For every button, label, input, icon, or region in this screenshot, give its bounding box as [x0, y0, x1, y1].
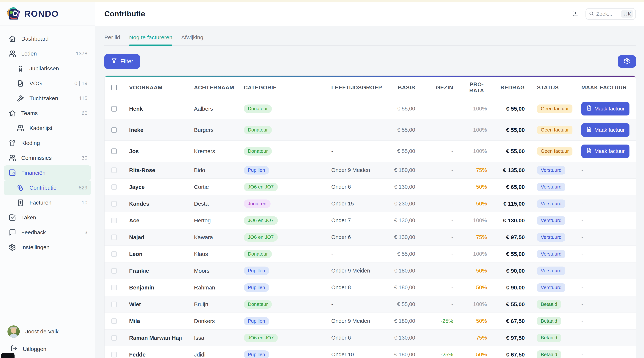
no-action-dash: -	[582, 284, 583, 291]
cell-leeftijdsgroep: -	[331, 127, 376, 133]
sidebar-item-count: 829	[79, 185, 88, 191]
cell-leeftijdsgroep: Onder 6	[331, 335, 376, 341]
table-row: JosKremersDonateur-€ 55,00-100%€ 55,00Ge…	[104, 140, 636, 162]
message-plus-icon	[572, 10, 579, 18]
sidebar-item-contributie[interactable]: Contributie829	[4, 180, 91, 195]
tab-afwijking[interactable]: Afwijking	[181, 34, 203, 45]
col-leeftijdsgroep: LEEFTIJDSGROEP	[331, 84, 376, 91]
col-bedrag: BEDRAG	[487, 84, 525, 91]
sidebar-item-count: 3	[84, 230, 88, 235]
tab-nog-te-factureren[interactable]: Nog te factureren	[129, 34, 172, 45]
col-maak-factuur: MAAK FACTUUR	[581, 84, 636, 91]
maak-factuur-button[interactable]: Maak factuur	[582, 102, 630, 115]
sidebar-item-count: 0 | 19	[74, 80, 88, 86]
maak-factuur-button[interactable]: Maak factuur	[582, 123, 630, 137]
cell-gezin: -	[415, 268, 453, 274]
table-settings-button[interactable]	[618, 55, 636, 68]
cell-voornaam: Jos	[129, 148, 194, 154]
sidebar-item-financi-n[interactable]: Financiën	[4, 165, 91, 180]
sidebar-item-dashboard[interactable]: Dashboard	[0, 31, 95, 46]
table-body: HenkAalbersDonateur-€ 55,00-100%€ 55,00G…	[104, 98, 636, 358]
wallet-icon	[8, 169, 16, 177]
sidebar-item-label: Teams	[21, 110, 38, 116]
search-input[interactable]	[596, 11, 617, 17]
cell-prorata: 100%	[453, 251, 487, 257]
sidebar-item-teams[interactable]: Teams60	[0, 106, 95, 121]
sidebar-item-feedback[interactable]: Feedback3	[0, 225, 95, 240]
row-checkbox[interactable]	[111, 235, 117, 240]
check-square-icon	[8, 213, 16, 222]
cell-prorata: 100%	[453, 106, 487, 112]
sidebar-item-jubilarissen[interactable]: Jubilarissen	[0, 61, 95, 76]
row-checkbox[interactable]	[111, 335, 117, 341]
cell-gezin: -	[415, 167, 453, 173]
row-checkbox[interactable]	[111, 318, 117, 324]
row-checkbox[interactable]	[111, 127, 117, 133]
cell-achternaam: Bruijn	[194, 301, 244, 308]
row-checkbox[interactable]	[111, 268, 117, 274]
cell-achternaam: Klaus	[194, 251, 244, 257]
sidebar-item-tuchtzaken[interactable]: Tuchtzaken115	[0, 91, 95, 106]
cell-bedrag: € 65,00	[487, 184, 525, 190]
col-status: STATUS	[525, 84, 581, 91]
col-voornaam: VOORNAAM	[129, 84, 194, 91]
row-checkbox[interactable]	[111, 106, 117, 112]
row-checkbox[interactable]	[111, 148, 117, 154]
status-badge: Verstuurd	[537, 283, 565, 292]
cell-basis: € 180,00	[376, 318, 415, 324]
row-checkbox[interactable]	[111, 302, 117, 307]
home-icon	[8, 35, 16, 43]
sidebar-item-kleding[interactable]: Kleding	[0, 136, 95, 150]
cell-achternaam: Moors	[194, 268, 244, 274]
cell-leeftijdsgroep: Onder 9 Meiden	[331, 167, 376, 173]
cell-leeftijdsgroep: Onder 6	[331, 234, 376, 240]
sidebar-item-kaderlijst[interactable]: Kaderlijst	[0, 121, 95, 136]
table-row: Rita-RoseBidoPupillenOnder 9 Meiden€ 180…	[104, 162, 636, 178]
cell-gezin: -	[415, 234, 453, 240]
shirt-icon	[8, 139, 16, 147]
row-checkbox[interactable]	[111, 184, 117, 190]
sidebar-item-instellingen[interactable]: Instellingen	[0, 240, 95, 255]
cell-basis: € 180,00	[376, 268, 415, 274]
row-checkbox[interactable]	[111, 285, 117, 290]
cell-voornaam: Leon	[129, 251, 194, 257]
sidebar-item-taken[interactable]: Taken	[0, 210, 95, 225]
cell-gezin: -	[415, 251, 453, 257]
maak-factuur-button[interactable]: Maak factuur	[582, 145, 630, 158]
filter-button[interactable]: Filter	[104, 54, 140, 69]
sidebar-item-facturen[interactable]: Facturen10	[0, 195, 95, 210]
row-checkbox[interactable]	[111, 201, 117, 207]
no-action-dash: -	[582, 184, 583, 190]
status-badge: Geen factuur	[537, 147, 572, 156]
search-box[interactable]: ⌘K	[586, 8, 636, 20]
page-header: Contributie ⌘K	[95, 2, 644, 26]
cell-gezin: -	[415, 217, 453, 224]
row-checkbox[interactable]	[111, 352, 117, 358]
table-row: MilaDonkersPupillenOnder 9 Meiden€ 180,0…	[104, 313, 636, 329]
feedback-button[interactable]	[571, 9, 580, 18]
sidebar-item-leden[interactable]: Leden1378	[0, 46, 95, 61]
cell-gezin: -25%	[415, 318, 453, 324]
cell-prorata: 75%	[453, 167, 487, 173]
cell-prorata: 50%	[453, 268, 487, 274]
sidebar-item-vog[interactable]: VOG0 | 19	[0, 76, 95, 91]
logout-button[interactable]: Uitloggen	[10, 345, 95, 353]
cell-voornaam: Rita-Rose	[129, 167, 194, 173]
cell-achternaam: Kawara	[194, 234, 244, 241]
award-icon	[16, 64, 24, 73]
sidebar-item-commissies[interactable]: Commissies30	[0, 150, 95, 165]
tab-per-lid[interactable]: Per lid	[104, 34, 120, 45]
gear-icon	[624, 58, 630, 65]
logo[interactable]: RONDO	[0, 2, 95, 26]
table-row: Raman Marwan HajiIssaJO6 en JO7Onder 6€ …	[104, 329, 636, 346]
select-all-checkbox[interactable]	[111, 85, 117, 90]
row-checkbox[interactable]	[111, 251, 117, 257]
cell-leeftijdsgroep: Onder 15	[331, 201, 376, 207]
row-checkbox[interactable]	[111, 218, 117, 223]
cell-voornaam: Raman Marwan Haji	[129, 335, 194, 341]
invoice-icon	[586, 126, 592, 133]
user-menu[interactable]: Joost de Valk	[8, 326, 95, 338]
row-checkbox[interactable]	[111, 167, 117, 173]
cell-leeftijdsgroep: -	[331, 106, 376, 112]
cell-voornaam: Benjamin	[129, 284, 194, 291]
